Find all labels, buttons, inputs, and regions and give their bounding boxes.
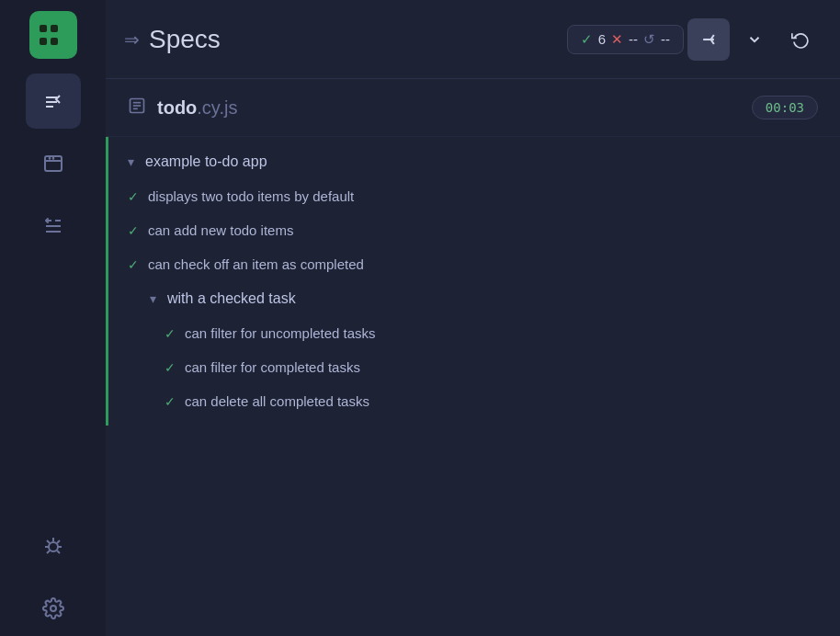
suite-row-checked-task[interactable]: ▾ with a checked task	[106, 281, 840, 316]
page-title: Specs	[149, 25, 221, 54]
suite-chevron-icon: ▾	[150, 291, 156, 306]
test-label: can delete all completed tasks	[185, 393, 369, 409]
test-row-6[interactable]: ✓ can delete all completed tasks	[106, 384, 840, 418]
failed-icon: ✕	[611, 31, 623, 48]
test-row-5[interactable]: ✓ can filter for completed tasks	[106, 350, 840, 384]
pass-check-icon: ✓	[128, 257, 139, 272]
pass-check-icon: ✓	[165, 394, 176, 409]
chevron-down-button[interactable]	[733, 18, 776, 61]
pass-check-icon: ✓	[128, 223, 139, 238]
file-icon	[128, 97, 146, 119]
pass-check-icon: ✓	[165, 326, 176, 341]
sidebar	[0, 0, 106, 636]
main-content: ⇒ Specs ✓ 6 ✕ -- ↺ --	[106, 0, 840, 636]
file-name: todo.cy.js	[157, 97, 237, 119]
file-row: todo.cy.js 00:03	[106, 79, 840, 137]
suite-label: example to-do app	[145, 153, 267, 170]
svg-point-12	[49, 542, 58, 551]
running-count: --	[661, 31, 670, 47]
suite-row-example-todo[interactable]: ▾ example to-do app	[106, 144, 840, 179]
back-button[interactable]	[687, 18, 730, 61]
refresh-button[interactable]	[779, 18, 822, 61]
test-list: ▾ example to-do app ✓ displays two todo …	[106, 137, 840, 426]
pass-check-icon: ✓	[165, 360, 176, 375]
passed-count: 6	[598, 31, 606, 47]
test-label: can filter for uncompleted tasks	[185, 325, 376, 341]
test-row-2[interactable]: ✓ can add new todo items	[106, 213, 840, 247]
test-label: displays two todo items by default	[148, 188, 354, 204]
sidebar-item-runs[interactable]	[26, 199, 81, 254]
test-row-1[interactable]: ✓ displays two todo items by default	[106, 179, 840, 213]
sidebar-item-settings[interactable]	[26, 581, 81, 636]
header-title-area: ⇒ Specs	[124, 25, 552, 54]
running-icon: ↺	[643, 31, 655, 48]
sidebar-item-specs[interactable]	[26, 74, 81, 129]
pass-check-icon: ✓	[128, 189, 139, 204]
content-area: todo.cy.js 00:03 ▾ example to-do app ✓ d…	[106, 79, 840, 636]
suite-chevron-icon: ▾	[128, 154, 134, 169]
test-row-4[interactable]: ✓ can filter for uncompleted tasks	[106, 316, 840, 350]
sidebar-item-browser[interactable]	[26, 136, 81, 191]
failed-count: --	[629, 31, 638, 47]
header-controls: ✓ 6 ✕ -- ↺ --	[567, 18, 822, 61]
passed-icon: ✓	[581, 31, 593, 48]
test-label: can filter for completed tasks	[185, 359, 360, 375]
test-label: can check off an item as completed	[148, 256, 364, 272]
svg-point-13	[51, 606, 56, 611]
header: ⇒ Specs ✓ 6 ✕ -- ↺ --	[106, 0, 840, 79]
file-time: 00:03	[752, 96, 818, 119]
test-label: can add new todo items	[148, 222, 293, 238]
app-logo	[29, 11, 77, 59]
sidebar-item-debug[interactable]	[26, 518, 81, 574]
breadcrumb-arrow-icon: ⇒	[124, 28, 140, 51]
suite-label: with a checked task	[167, 290, 296, 307]
status-pill: ✓ 6 ✕ -- ↺ --	[567, 25, 684, 54]
test-row-3[interactable]: ✓ can check off an item as completed	[106, 247, 840, 281]
